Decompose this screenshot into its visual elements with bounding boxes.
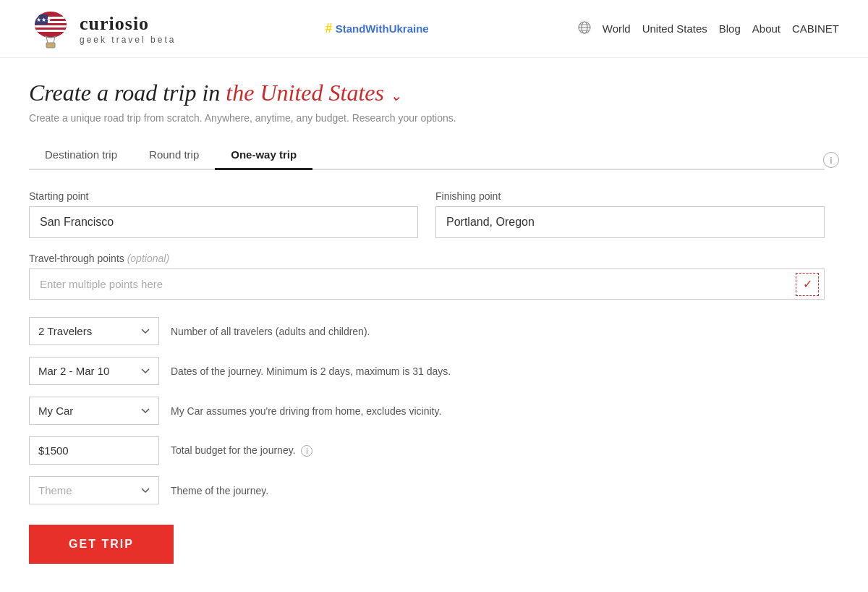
main-nav: World United States Blog About CABINET [578, 21, 839, 36]
starting-point-input[interactable] [29, 206, 418, 238]
svg-text:★★★: ★★★ [36, 17, 51, 23]
hashtag-symbol: # [325, 21, 332, 35]
optional-label: (optional) [127, 253, 169, 264]
page-subtitle: Create a unique road trip from scratch. … [29, 112, 825, 124]
car-row: My Car Rental Car No Car My Car assumes … [29, 397, 825, 425]
travel-through-input[interactable] [29, 268, 825, 300]
get-trip-button[interactable]: GET TRIP [29, 525, 174, 564]
ukraine-text: StandWithUkraine [336, 22, 429, 35]
svg-rect-9 [35, 30, 67, 32]
ukraine-banner: # StandWithUkraine [325, 21, 428, 36]
svg-rect-15 [46, 43, 55, 48]
map-pin-icon: ✓ [803, 277, 812, 291]
heading-country: the United States [226, 80, 384, 106]
nav-world[interactable]: World [603, 22, 631, 35]
main-content: Create a road trip in the United States … [0, 58, 854, 592]
starting-point-group: Starting point [29, 190, 418, 238]
travel-through-wrapper: ✓ [29, 268, 825, 300]
dates-select[interactable]: Mar 2 - Mar 10 Mar 11 - Mar 20 Apr 1 - A… [29, 357, 159, 385]
map-picker-button[interactable]: ✓ [796, 273, 819, 296]
finishing-point-input[interactable] [435, 206, 825, 238]
travelers-select[interactable]: 1 Traveler 2 Travelers 3 Travelers 4 Tra… [29, 317, 159, 345]
logo-tagline: geek travel beta [80, 35, 176, 45]
tab-destination[interactable]: Destination trip [29, 141, 133, 170]
nav-cabinet[interactable]: CABINET [792, 22, 839, 35]
logo-icon: ★★★ [29, 9, 72, 48]
budget-row: Total budget for the journey. i [29, 436, 825, 465]
starting-point-label: Starting point [29, 190, 418, 202]
travel-through-label: Travel-through points (optional) [29, 253, 825, 264]
travel-through-group: Travel-through points (optional) ✓ [29, 253, 825, 317]
country-chevron-icon[interactable]: ⌄ [390, 87, 402, 104]
logo-area: ★★★ curiosio geek travel beta [29, 9, 176, 48]
nav-united-states[interactable]: United States [642, 22, 707, 35]
finishing-point-label: Finishing point [435, 190, 825, 202]
car-description: My Car assumes you're driving from home,… [171, 405, 441, 417]
dates-description: Dates of the journey. Minimum is 2 days,… [171, 365, 451, 377]
logo-name: curiosio [80, 13, 176, 35]
location-inputs-row: Starting point Finishing point [29, 190, 825, 238]
budget-input[interactable] [29, 436, 159, 465]
svg-rect-7 [35, 25, 67, 28]
car-select[interactable]: My Car Rental Car No Car [29, 397, 159, 425]
dates-row: Mar 2 - Mar 10 Mar 11 - Mar 20 Apr 1 - A… [29, 357, 825, 385]
page-heading: Create a road trip in the United States … [29, 80, 825, 106]
nav-about[interactable]: About [752, 22, 780, 35]
nav-blog[interactable]: Blog [719, 22, 741, 35]
globe-icon [578, 21, 591, 36]
page-info-button[interactable]: i [823, 152, 839, 168]
theme-row: Theme Adventure Culture Nature Relaxatio… [29, 476, 825, 504]
tab-oneway[interactable]: One-way trip [215, 141, 312, 170]
tab-round[interactable]: Round trip [133, 141, 215, 170]
theme-description: Theme of the journey. [171, 485, 268, 496]
travelers-description: Number of all travelers (adults and chil… [171, 326, 370, 337]
budget-description: Total budget for the journey. i [171, 444, 312, 457]
svg-rect-10 [35, 32, 67, 34]
logo-text: curiosio geek travel beta [80, 13, 176, 45]
heading-prefix: Create a road trip in [29, 80, 220, 106]
header: ★★★ curiosio geek travel beta # StandWit… [0, 0, 868, 58]
budget-info-icon[interactable]: i [301, 445, 312, 457]
trip-type-tabs: Destination trip Round trip One-way trip [29, 141, 825, 170]
theme-select[interactable]: Theme Adventure Culture Nature Relaxatio… [29, 476, 159, 504]
travelers-row: 1 Traveler 2 Travelers 3 Travelers 4 Tra… [29, 317, 825, 345]
svg-rect-8 [35, 28, 67, 30]
finishing-point-group: Finishing point [435, 190, 825, 238]
